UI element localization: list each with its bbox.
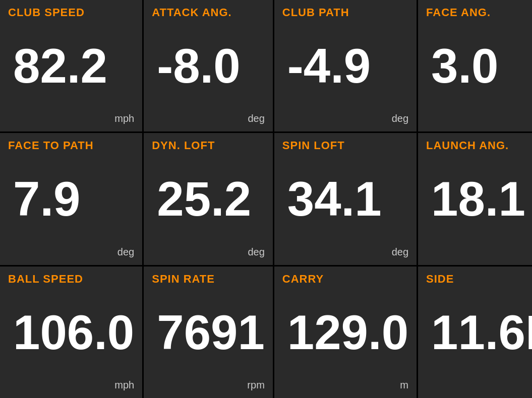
cell-face-ang: FACE ANG. 3.0 deg [418,0,532,131]
unit-ball-speed: mph [114,379,134,393]
label-spin-loft: SPIN LOFT [282,139,408,152]
cell-club-path: CLUB PATH -4.9 deg [274,0,417,131]
value-club-speed: 82.2 [8,19,134,113]
value-side: 11.6R [426,286,532,379]
cell-ball-speed: BALL SPEED 106.0 mph [0,267,142,398]
cell-attack-ang: ATTACK ANG. -8.0 deg [144,0,273,131]
unit-dyn-loft: deg [248,246,264,260]
label-ball-speed: BALL SPEED [8,273,134,286]
value-attack-ang: -8.0 [152,19,265,113]
label-launch-ang: LAUNCH ANG. [426,139,532,152]
cell-carry: CARRY 129.0 m [274,267,417,398]
value-face-to-path: 7.9 [8,152,134,246]
value-carry: 129.0 [282,286,408,379]
unit-club-speed: mph [114,113,134,126]
label-face-to-path: FACE TO PATH [8,139,134,152]
cell-dyn-loft: DYN. LOFT 25.2 deg [144,133,273,264]
label-side: SIDE [426,273,532,286]
cell-spin-rate: SPIN RATE 7691 rpm [144,267,273,398]
label-carry: CARRY [282,273,408,286]
value-face-ang: 3.0 [426,19,532,113]
value-spin-rate: 7691 [152,286,265,379]
value-ball-speed: 106.0 [8,286,134,379]
unit-club-path: deg [392,113,408,126]
label-club-path: CLUB PATH [282,6,408,19]
metrics-grid: CLUB SPEED 82.2 mph ATTACK ANG. -8.0 deg… [0,0,532,398]
label-face-ang: FACE ANG. [426,6,532,19]
unit-face-to-path: deg [117,246,134,260]
unit-spin-loft: deg [392,246,408,260]
cell-face-to-path: FACE TO PATH 7.9 deg [0,133,142,264]
label-attack-ang: ATTACK ANG. [152,6,265,19]
cell-launch-ang: LAUNCH ANG. 18.1 deg [418,133,532,264]
label-club-speed: CLUB SPEED [8,6,134,19]
unit-carry: m [400,379,408,393]
value-dyn-loft: 25.2 [152,152,265,246]
cell-club-speed: CLUB SPEED 82.2 mph [0,0,142,131]
label-dyn-loft: DYN. LOFT [152,139,265,152]
label-spin-rate: SPIN RATE [152,273,265,286]
cell-side: SIDE 11.6R m [418,267,532,398]
value-club-path: -4.9 [282,19,408,113]
unit-attack-ang: deg [248,113,264,126]
value-launch-ang: 18.1 [426,152,532,246]
unit-spin-rate: rpm [247,379,264,393]
value-spin-loft: 34.1 [282,152,408,246]
cell-spin-loft: SPIN LOFT 34.1 deg [274,133,417,264]
